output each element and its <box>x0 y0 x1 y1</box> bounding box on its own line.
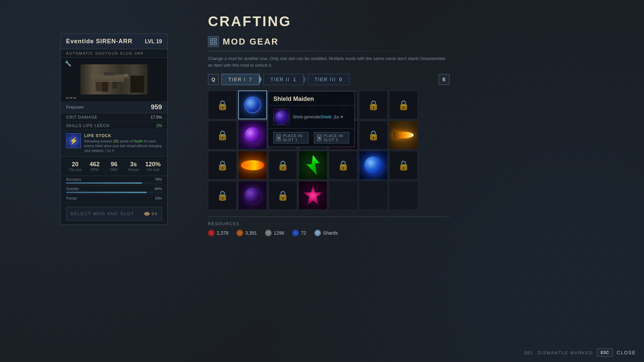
rpm-value: 462 <box>86 161 104 168</box>
mod-item-r1c7[interactable]: 🔒 <box>389 90 418 119</box>
mod-item-warrior[interactable] <box>299 181 327 210</box>
lock-icon: 🔒 <box>368 100 379 111</box>
mod-item-fire[interactable] <box>238 151 267 180</box>
firepower-label: Firepower <box>66 105 84 110</box>
tier-1-count: 7 <box>249 77 253 82</box>
place-slot-2-key: 🖱 <box>317 134 321 141</box>
clip-size-value: 20 <box>66 161 84 168</box>
section-header: MOD GEAR <box>208 36 449 47</box>
mod-item-r1c1[interactable]: 🔒 <box>208 90 237 119</box>
mod-item-r2c1[interactable]: 🔒 <box>208 121 237 149</box>
svg-rect-0 <box>91 74 124 82</box>
mod-item-shield-maiden[interactable]: Shield Maiden Shots generate Shield. | 1… <box>238 90 267 119</box>
purple-orb-visual <box>238 121 267 149</box>
mod-item-r4c3[interactable]: 🔒 <box>268 181 297 210</box>
green-bolt-visual <box>299 151 327 179</box>
perk-name: LIFE STOCK <box>84 133 162 138</box>
lock-icon: 🔒 <box>217 100 228 111</box>
weapon-image-area: 🔧 <box>61 58 167 101</box>
e-key[interactable]: E <box>439 74 449 85</box>
dmg-value: 96 <box>105 161 123 168</box>
perk-icon: ⚡ <box>66 133 81 148</box>
stats-grid: 20 Clip size 462 RPM 96 DMG 3s Reload 12… <box>61 157 167 176</box>
weapon-level: LVL 19 <box>145 39 162 45</box>
mod-item-r3c5[interactable]: 🔒 <box>329 151 358 180</box>
mod-item-r4c6[interactable] <box>359 181 388 210</box>
range-label: Range <box>66 196 77 200</box>
svg-rect-3 <box>102 82 108 92</box>
crafting-panel: CRAFTING MOD GEAR Change a mod for anoth… <box>208 13 449 236</box>
mod-item-blue-sphere[interactable] <box>359 151 388 180</box>
svg-point-10 <box>145 212 149 215</box>
select-mod-label: SELECT MOD AND SLOT <box>70 211 134 216</box>
gun-svg <box>84 66 144 93</box>
mod-item-green-bolt[interactable] <box>299 151 327 180</box>
mod-item-r4c1[interactable]: 🔒 <box>208 181 237 210</box>
resource-shards: Shards <box>314 230 338 236</box>
tooltip-desc: Shots generate Shield. | 1s ✕ <box>293 109 343 125</box>
mod-item-r4c5[interactable] <box>329 181 358 210</box>
fire-shape <box>241 160 264 170</box>
dark-purple-visual <box>238 181 267 209</box>
range-value: 10m <box>155 196 162 200</box>
place-slot-2-button[interactable]: 🖱 PLACE IN SLOT 2 <box>314 132 349 143</box>
clip-size-cell: 20 Clip size <box>66 161 84 172</box>
resource-blue-value: 72 <box>301 230 306 236</box>
fire-visual <box>238 151 267 179</box>
mod-item-purple-orb[interactable] <box>238 121 267 149</box>
weapon-panel: Eventide SIREN-ARR LVL 19 AUTOMATIC SHOT… <box>60 34 168 225</box>
resource-cost-icon <box>144 212 150 216</box>
close-button[interactable]: CLOSE <box>617 350 636 355</box>
section-divider <box>208 51 449 51</box>
dismantle-marked-button[interactable]: DISMANTLE MARKED <box>537 350 593 355</box>
lock-icon: 🔒 <box>337 160 349 171</box>
stability-bar-stat: Stability 84% <box>61 185 167 195</box>
tier-tab-1[interactable]: TIER I 7 <box>221 74 259 85</box>
tier-tab-3[interactable]: TIER III 0 <box>308 74 350 85</box>
lock-icon: 🔒 <box>398 160 410 171</box>
mod-item-r4c7[interactable] <box>389 181 418 210</box>
mod-item-r2c6[interactable]: 🔒 <box>359 121 388 149</box>
mod-item-r3c1[interactable]: 🔒 <box>208 151 237 180</box>
wrench-icon: 🔧 <box>65 60 71 67</box>
lock-icon: 🔒 <box>368 130 379 141</box>
lock-icon: 🔒 <box>217 160 228 171</box>
q-key[interactable]: Q <box>208 74 219 85</box>
crit-mult-value: 120% <box>144 161 162 168</box>
reload-value: 3s <box>124 161 143 168</box>
skills-leech-row: SKILLS LIFE LEECH 2% <box>61 122 167 130</box>
crit-damage-row: CRIT DAMAGE 17.5% <box>61 113 167 122</box>
firepower-value: 959 <box>151 103 162 111</box>
mod-item-r3c7[interactable]: 🔒 <box>389 151 418 180</box>
lock-icon: 🔒 <box>217 190 228 201</box>
comet-visual-wrap <box>389 121 418 149</box>
mod-item-r1c6[interactable]: 🔒 <box>359 90 388 119</box>
place-slot-1-button[interactable]: 🖱 PLACE IN SLOT 1 <box>273 132 309 143</box>
svg-rect-6 <box>112 82 117 88</box>
weapon-name: Eventide SIREN-ARR <box>66 38 132 45</box>
section-title: MOD GEAR <box>223 37 279 47</box>
select-mod-button[interactable]: SELECT MOD AND SLOT 94 <box>66 207 162 221</box>
mod-item-dark-purple[interactable] <box>238 181 267 210</box>
resource-orange-value: 3,391 <box>245 230 257 236</box>
lock-icon: 🔒 <box>217 130 228 141</box>
lock-icon: 🔒 <box>277 160 289 171</box>
mod-item-r3c3[interactable]: 🔒 <box>268 151 297 180</box>
tier-tab-2[interactable]: TIER II 1 <box>263 74 303 85</box>
tooltip-title: Shield Maiden <box>268 92 355 106</box>
bottom-bar: DEL DISMANTLE MARKED ESC CLOSE <box>516 343 644 362</box>
rpm-cell: 462 RPM <box>86 161 104 172</box>
perk-area: ⚡ LIFE STOCK Reloading restores 251 poin… <box>61 130 167 157</box>
shield-maiden-visual <box>239 91 266 119</box>
crit-mult-label: Crit mult <box>144 168 162 172</box>
crafting-description: Change a mod for another one. Only one s… <box>208 55 449 68</box>
dmg-label: DMG <box>105 168 123 172</box>
mod-item-comet[interactable] <box>389 121 418 149</box>
esc-key[interactable]: ESC <box>597 349 613 357</box>
resource-cost-value: 94 <box>152 211 158 216</box>
tooltip-body: Shots generate Shield. | 1s ✕ <box>268 106 355 129</box>
skills-leech-label: SKILLS LIFE LEECH <box>66 123 110 128</box>
crafting-title: CRAFTING <box>208 13 449 29</box>
mod-grid: 🔒 Shield Maiden Shots generate Shield. |… <box>208 90 449 210</box>
resource-red: 2,378 <box>208 230 228 236</box>
